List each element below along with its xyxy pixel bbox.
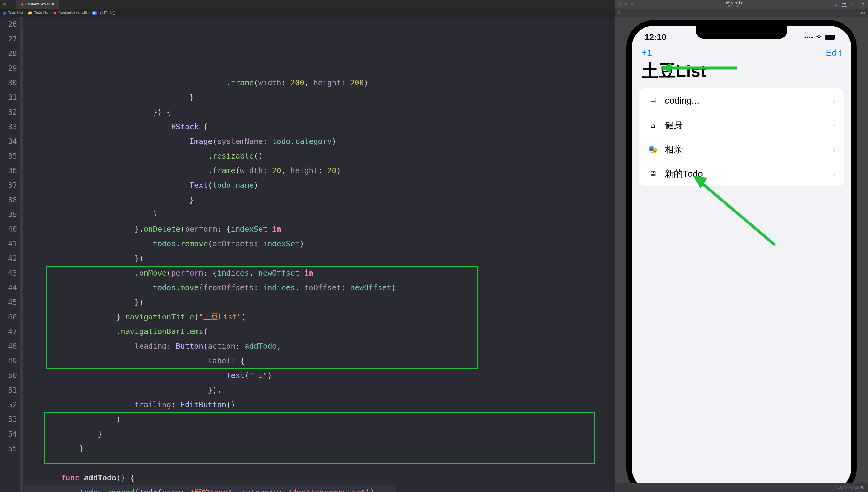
todo-list[interactable]: 🖥coding...›⌂健身›🎭相亲›🖥新的Todo› — [639, 89, 844, 186]
row-label: 新的Todo — [665, 168, 703, 180]
row-label: coding... — [665, 95, 699, 106]
row-label: 相亲 — [665, 143, 683, 156]
minimize-icon[interactable] — [624, 2, 628, 6]
canvas-topbar: iPhone 12 iOS 15.0 ⌂ 📷 ▭ ⚙ — [615, 0, 868, 8]
list-item[interactable]: 🖥coding...› — [639, 89, 844, 113]
method-badge: M — [92, 11, 97, 15]
swift-icon: ◆ — [21, 2, 23, 6]
breadcrumb-symbol[interactable]: addTodo() — [99, 11, 115, 15]
list-item[interactable]: 🎭相亲› — [639, 137, 844, 162]
chevron-right-icon: › — [25, 11, 26, 15]
traffic-lights[interactable] — [618, 2, 634, 6]
nav-forward-icon[interactable]: › — [12, 2, 14, 6]
wifi-icon — [816, 34, 822, 41]
chevron-right-icon: › — [833, 120, 835, 130]
close-icon[interactable] — [618, 2, 622, 6]
breadcrumb-app-icon: ▣ — [3, 11, 6, 15]
chevron-right-icon: › — [51, 11, 52, 15]
battery-icon — [825, 35, 835, 40]
fold-column — [20, 17, 23, 492]
canvas-footer: ⊖ 🔍 — [615, 484, 868, 492]
nav-back-icon[interactable]: ‹ — [8, 2, 10, 6]
iphone-notch — [696, 26, 787, 39]
subbar-left: Au — [618, 11, 623, 15]
nav-trailing-button[interactable]: Edit — [826, 48, 841, 58]
breadcrumb-app[interactable]: Todo List — [8, 11, 23, 15]
chevron-right-icon: › — [833, 96, 835, 105]
code-content[interactable]: .frame(width: 200, height: 200) } }) { H… — [23, 17, 396, 492]
list-item[interactable]: ⌂健身› — [639, 113, 844, 137]
device-label: iPhone 12 iOS 15.0 — [634, 0, 835, 8]
code-editor[interactable]: 2627282930313233343536373839404142434445… — [0, 17, 615, 492]
swift-icon: ◆ — [54, 11, 56, 15]
chevron-right-icon: › — [833, 169, 835, 179]
folder-icon: 📁 — [28, 11, 32, 15]
breadcrumb-file[interactable]: ContentView.swift — [58, 11, 87, 15]
breadcrumb-folder[interactable]: Todo List — [34, 11, 49, 15]
row-category-icon: 🖥 — [648, 169, 658, 179]
status-time: 12:10 — [645, 32, 667, 42]
row-category-icon: 🖥 — [648, 96, 658, 105]
watermark: CSDN @Swift学 — [836, 485, 863, 490]
file-tab[interactable]: ◆ ContentView.swift — [17, 0, 58, 8]
canvas-body: 12:10 •••• +1 Edit — [615, 17, 868, 492]
chevron-right-icon: › — [89, 11, 90, 15]
related-items-icon[interactable]: ⊞ — [3, 2, 6, 6]
navigation-title: 土豆List — [642, 60, 841, 83]
subbar-right: me — [860, 11, 865, 15]
iphone-frame: 12:10 •••• +1 Edit — [626, 20, 857, 492]
canvas-subbar: Au me — [615, 8, 868, 17]
row-category-icon: ⌂ — [648, 120, 658, 130]
row-label: 健身 — [665, 119, 683, 131]
cellular-icon: •••• — [804, 34, 813, 41]
chevron-right-icon: › — [833, 145, 835, 154]
row-category-icon: 🎭 — [648, 145, 658, 154]
navigation-bar: +1 Edit 土豆List — [632, 43, 851, 83]
iphone-screen[interactable]: 12:10 •••• +1 Edit — [632, 26, 851, 490]
line-gutter: 2627282930313233343536373839404142434445… — [0, 17, 20, 492]
screenshot-icon[interactable]: 📷 — [842, 2, 847, 7]
nav-leading-button[interactable]: +1 — [642, 48, 652, 58]
zoom-icon[interactable] — [630, 2, 634, 6]
canvas-panel: iPhone 12 iOS 15.0 ⌂ 📷 ▭ ⚙ Au me 12:10 — [615, 0, 868, 492]
tab-filename: ContentView.swift — [25, 2, 54, 6]
svg-line-2 — [696, 178, 775, 245]
rotate-icon[interactable]: ▭ — [852, 2, 856, 7]
home-icon[interactable]: ⌂ — [835, 2, 837, 7]
list-item[interactable]: 🖥新的Todo› — [639, 162, 844, 186]
settings-icon[interactable]: ⚙ — [861, 2, 865, 7]
